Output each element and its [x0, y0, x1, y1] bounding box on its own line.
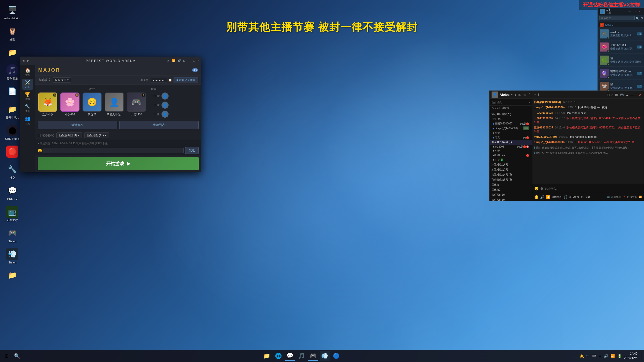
- live-input-settings-icon[interactable]: ⚙: [540, 187, 543, 191]
- nodemo-checkbox[interactable]: [38, 134, 41, 137]
- steam-search-icon[interactable]: 🔍: [636, 17, 639, 20]
- ice-channel[interactable]: 冰系对战台6号: [490, 162, 532, 167]
- grass-sub-4[interactable]: ■ 彩龙 🐉: [490, 158, 532, 162]
- sub-channel-3[interactable]: ■ qiuqiu*_*(14204663) 静音: [490, 126, 532, 131]
- server-dropdown[interactable]: 匹配服务器 (4) ▾: [56, 132, 83, 138]
- live-grid-icon[interactable]: ⊞: [615, 93, 618, 97]
- steam-search-input[interactable]: [599, 16, 635, 20]
- steam-friend-4[interactable]: 🔮 前中老年打仗, 美好的 全英雄选择: 沉默刺客 (8级) +2: [598, 67, 644, 80]
- master-channel-2[interactable]: 大师殿前2台: [490, 197, 532, 201]
- steam-minimize-btn[interactable]: —: [628, 9, 632, 13]
- live-home-icon[interactable]: ⌂: [611, 93, 613, 97]
- pwa-nav-events[interactable]: 🏆 赛事: [22, 91, 33, 102]
- team-channel-1[interactable]: 团体台: [490, 182, 532, 187]
- pwa-nav-social[interactable]: 👥 社交: [22, 115, 33, 126]
- live-sound-settings-icon[interactable]: ⚙: [581, 195, 584, 199]
- grass-sub-3[interactable]: ■ 松鼠Kunsi 🔴: [490, 153, 532, 158]
- emoji-icon[interactable]: 😊: [38, 149, 42, 153]
- apply-list-btn[interactable]: 申请列表: [119, 121, 199, 129]
- help-center-icon[interactable]: ❓: [623, 196, 626, 198]
- tray-windows-icon[interactable]: ⊞: [599, 354, 601, 358]
- live-music-icon[interactable]: 🎵: [563, 195, 568, 199]
- stream-quality-icon[interactable]: 📺: [607, 196, 610, 198]
- live-settings-icon[interactable]: ⚙: [625, 93, 629, 97]
- steam-maximize-btn[interactable]: □: [633, 9, 637, 13]
- taskbar-clock[interactable]: 14:49 2024/12/5: [624, 352, 637, 360]
- tray-keyboard-icon[interactable]: 中: [586, 354, 589, 358]
- player-card-3[interactable]: 😊 禁迷22: [82, 93, 102, 116]
- grass-sub-1[interactable]: ■ xx12008 🎮🔊🔴🎯: [490, 145, 532, 149]
- live-maximize-btn[interactable]: □: [635, 93, 637, 97]
- live-share-icon[interactable]: ⇧: [528, 93, 531, 97]
- pwa-nav-tools[interactable]: 🔧 工具: [22, 103, 33, 114]
- desktop-icon-folder3[interactable]: 📁: [1, 268, 23, 284]
- desktop-icon-computer[interactable]: 🖥️ Administrator: [1, 3, 23, 22]
- live-chat-input[interactable]: [545, 187, 642, 190]
- player-card-4[interactable]: 👤 禁音大哥兄↓: [104, 93, 124, 116]
- pwa-close-btn[interactable]: ✕: [197, 59, 199, 62]
- live-info-icon[interactable]: ℹ: [538, 93, 539, 97]
- taskbar-browser-app[interactable]: 🌐: [273, 351, 284, 361]
- water-channel[interactable]: 水系对战台2号: [490, 167, 532, 172]
- master-channel-1[interactable]: 大师殿前1台: [490, 192, 532, 197]
- invite-friend-btn[interactable]: 邀请好友: [38, 121, 117, 129]
- sub-channel-5[interactable]: ■电竞 🎮🔴: [490, 135, 532, 140]
- steam-friend-2[interactable]: 🌺 反妹儿小皇王 全英雄选择: 埃尔萨满 (7级) +4: [598, 40, 644, 54]
- live-bottom-emoji-icon[interactable]: 😊: [534, 195, 539, 199]
- live-bottom-signal-icon[interactable]: 📶: [546, 195, 550, 199]
- taskbar-extra-app[interactable]: 🔵: [331, 351, 341, 361]
- player-card-2[interactable]: 🌸 C 小玥666: [60, 93, 80, 116]
- steam-close-btn[interactable]: ✕: [638, 9, 642, 13]
- start-game-btn[interactable]: 开始游戏 ▶: [38, 157, 199, 170]
- mode-select[interactable]: 队长模式 ▾: [53, 77, 71, 83]
- taskbar-music-app[interactable]: 🎵: [297, 351, 307, 361]
- player-card-5[interactable]: 🎮 C 小培1234: [126, 93, 146, 116]
- desktop-icon-steam[interactable]: 💨 Steam: [1, 247, 23, 266]
- live-bottom-volume-icon[interactable]: 🔊: [540, 195, 544, 199]
- taskbar-chat-app[interactable]: 💬: [285, 351, 295, 361]
- tray-notification-icon[interactable]: 🔔: [580, 354, 584, 358]
- sub-channel-2[interactable]: ■ 三国689000037 🎮🔊🔴: [490, 121, 532, 126]
- live-gamepad-icon[interactable]: 🎮: [620, 93, 624, 97]
- start-button[interactable]: ⊞: [2, 351, 11, 360]
- nav-forward-icon[interactable]: ▶: [27, 59, 29, 62]
- steam-settings-icon[interactable]: ⚙: [640, 17, 643, 20]
- tray-keyboard-en-icon[interactable]: ⌨: [592, 354, 596, 358]
- desktop-icon-protv[interactable]: 📺 正在大厅: [1, 204, 23, 223]
- sub-channel-1[interactable]: 宝可梦台·: [490, 117, 532, 121]
- desktop-icon-social[interactable]: 💬 PRO TV: [1, 183, 23, 202]
- pwa-nav-home[interactable]: 🏠 首页: [22, 67, 33, 78]
- broadcast-btn[interactable]: ■ 置开化直播间: [174, 77, 198, 83]
- search-button[interactable]: 🔍: [13, 351, 22, 360]
- steam-friend-3[interactable]: 🌿 沿 全英雄选择: 埃尔萨满 (7级): [598, 54, 644, 67]
- copy-icon[interactable]: 📋: [169, 78, 172, 82]
- live-minimize-btn[interactable]: —: [630, 93, 634, 97]
- steam-friend-1[interactable]: 🎮 waslost 正在进行 电子乡绿糊·[玩具总动员] +4: [598, 27, 644, 40]
- match-channel[interactable]: 宝可梦世锦赛(25): [490, 112, 532, 117]
- grass-channel[interactable]: 草系对战台4号 (5): [490, 140, 532, 145]
- fire-channel[interactable]: 火系对战台4号 (6): [490, 172, 532, 177]
- pwa-nav-match[interactable]: ⚔️ 战队: [22, 79, 33, 90]
- map-dropdown[interactable]: 匹配地图 (11) ▾: [84, 132, 109, 138]
- channel-filter-icon[interactable]: ▾: [529, 101, 530, 104]
- grass-sub-2[interactable]: ■ 小野: [490, 149, 532, 153]
- nav-back-icon[interactable]: ◀: [22, 59, 24, 62]
- fly-channel[interactable]: 飞行游戏台8号 (3): [490, 177, 532, 182]
- live-close-btn[interactable]: ✕: [639, 93, 642, 97]
- taskbar-steam-app[interactable]: 💨: [320, 351, 330, 361]
- live-star-icon[interactable]: ☆: [523, 93, 527, 97]
- tray-battery-icon[interactable]: 🔋: [617, 354, 622, 358]
- live-expand-icon[interactable]: ⊡: [607, 93, 610, 97]
- live-emoji-icon[interactable]: 😊: [534, 187, 539, 191]
- pwa-send-btn[interactable]: 发送: [185, 147, 199, 154]
- show-desktop-btn[interactable]: [641, 352, 642, 360]
- tray-volume-icon[interactable]: 🔊: [604, 354, 608, 358]
- pwa-chat-input[interactable]: [44, 148, 184, 153]
- taskbar-files-app[interactable]: 📁: [262, 351, 272, 361]
- room-code-input[interactable]: ••••••••: [151, 78, 167, 82]
- tray-wifi-icon[interactable]: 📶: [611, 354, 615, 358]
- team-channel-2[interactable]: 团体台2: [490, 187, 532, 192]
- live-more-icon[interactable]: ⋯: [533, 93, 536, 97]
- taskbar-game-app[interactable]: 🎮: [308, 351, 318, 361]
- sub-channel-4[interactable]: ■ 快捷: [490, 131, 532, 135]
